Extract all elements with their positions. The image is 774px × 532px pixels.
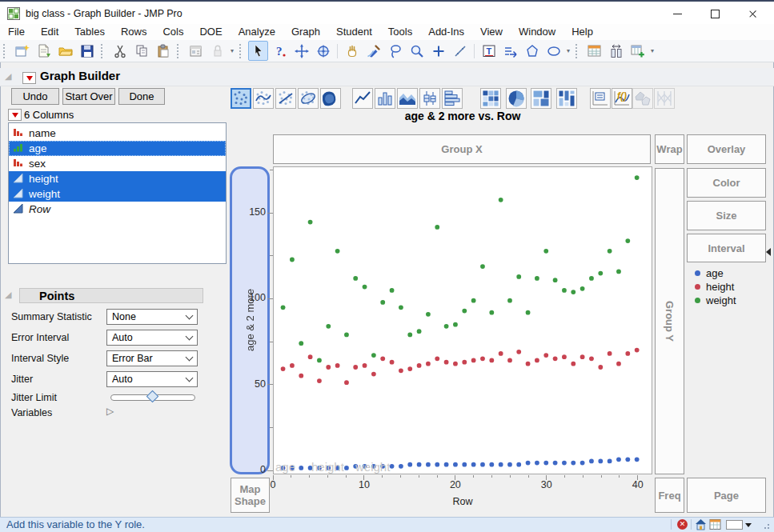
data-point-age[interactable] xyxy=(580,461,585,466)
menu-graph[interactable]: Graph xyxy=(283,24,328,40)
menu-view[interactable]: View xyxy=(472,24,511,40)
panel-collapse-arrow-icon[interactable] xyxy=(766,248,771,256)
data-point-height[interactable] xyxy=(326,365,331,370)
menu-doe[interactable]: DOE xyxy=(191,24,230,40)
column-item-row[interactable]: Row xyxy=(9,202,226,217)
variables-disclosure-icon[interactable]: ▷ xyxy=(106,406,114,417)
legend-item-height[interactable]: height xyxy=(690,280,770,294)
toolbar-grip[interactable] xyxy=(575,44,579,58)
data-point-weight[interactable] xyxy=(281,305,286,310)
data-point-weight[interactable] xyxy=(299,341,303,346)
data-point-height[interactable] xyxy=(453,362,458,366)
data-point-weight[interactable] xyxy=(580,286,585,291)
data-point-height[interactable] xyxy=(625,351,630,356)
data-point-height[interactable] xyxy=(426,362,431,366)
jitter-select[interactable]: Auto xyxy=(106,371,198,387)
arrow-annotation-icon[interactable] xyxy=(500,41,520,61)
data-point-age[interactable] xyxy=(399,464,403,469)
column-item-name[interactable]: name xyxy=(9,126,226,141)
data-point-height[interactable] xyxy=(516,350,521,354)
column-item-height[interactable]: height xyxy=(9,171,226,186)
column-switcher-icon[interactable] xyxy=(606,41,626,61)
data-point-height[interactable] xyxy=(335,363,340,368)
data-point-age[interactable] xyxy=(417,462,422,467)
error-interval-select[interactable]: Auto xyxy=(106,330,198,346)
menu-addins[interactable]: Add-Ins xyxy=(420,24,472,40)
interval-dropzone[interactable]: Interval xyxy=(687,234,766,262)
data-point-weight[interactable] xyxy=(399,305,403,310)
data-point-weight[interactable] xyxy=(543,249,548,254)
resize-grip[interactable] xyxy=(768,527,769,529)
move-window-tool-icon[interactable] xyxy=(291,41,311,61)
data-point-height[interactable] xyxy=(363,363,367,368)
data-point-weight[interactable] xyxy=(553,278,558,282)
data-point-weight[interactable] xyxy=(507,298,512,303)
data-table-icon[interactable] xyxy=(584,41,604,61)
data-point-weight[interactable] xyxy=(480,264,485,269)
data-point-weight[interactable] xyxy=(417,329,422,334)
data-point-height[interactable] xyxy=(299,374,303,378)
menu-rows[interactable]: Rows xyxy=(113,24,155,40)
data-point-height[interactable] xyxy=(571,362,575,366)
interval-style-select[interactable]: Error Bar xyxy=(106,350,198,366)
data-point-weight[interactable] xyxy=(344,333,349,338)
data-point-age[interactable] xyxy=(299,466,303,470)
data-point-height[interactable] xyxy=(344,380,349,385)
data-point-weight[interactable] xyxy=(499,198,503,202)
menu-student[interactable]: Student xyxy=(328,24,380,40)
crosshair-tool-icon[interactable] xyxy=(428,41,448,61)
data-point-age[interactable] xyxy=(516,462,521,467)
data-point-age[interactable] xyxy=(471,462,476,467)
summary-statistic-select[interactable]: None xyxy=(106,309,198,325)
data-point-weight[interactable] xyxy=(326,324,331,329)
window-list-dropdown[interactable] xyxy=(726,520,743,530)
data-point-height[interactable] xyxy=(616,362,621,366)
data-point-age[interactable] xyxy=(444,462,449,467)
wrap-dropzone[interactable]: Wrap xyxy=(655,134,684,164)
done-button[interactable]: Done xyxy=(118,88,165,105)
data-point-weight[interactable] xyxy=(526,310,531,315)
data-point-age[interactable] xyxy=(553,461,558,466)
data-point-height[interactable] xyxy=(308,354,313,359)
toolbar-overflow-icon[interactable]: ▾ xyxy=(651,48,654,54)
data-point-height[interactable] xyxy=(598,365,603,370)
resize-grip[interactable] xyxy=(768,524,769,526)
data-point-weight[interactable] xyxy=(380,300,385,305)
data-point-age[interactable] xyxy=(562,461,567,466)
data-point-weight[interactable] xyxy=(562,288,567,293)
legend-item-weight[interactable]: weight xyxy=(690,294,770,307)
disclosure-open-icon[interactable]: ◢ xyxy=(5,71,11,82)
element-box-plot-icon[interactable] xyxy=(419,88,440,109)
points-disclosure-icon[interactable]: ◢ xyxy=(5,290,11,300)
data-point-height[interactable] xyxy=(317,378,322,383)
new-window-icon[interactable] xyxy=(12,41,32,61)
menu-window[interactable]: Window xyxy=(511,24,563,40)
legend-item-age[interactable]: age xyxy=(690,266,770,280)
arrow-tool-icon[interactable] xyxy=(248,41,268,61)
grabber-tool-icon[interactable] xyxy=(342,41,362,61)
data-point-weight[interactable] xyxy=(625,238,630,243)
size-dropzone[interactable]: Size xyxy=(687,201,766,230)
data-point-age[interactable] xyxy=(543,461,548,466)
data-point-weight[interactable] xyxy=(608,249,612,254)
data-point-weight[interactable] xyxy=(290,258,295,262)
copy-icon[interactable] xyxy=(131,41,151,61)
group-y-dropzone[interactable]: Group Y xyxy=(655,168,684,474)
data-point-height[interactable] xyxy=(380,356,385,361)
page-dropzone[interactable]: Page xyxy=(687,478,766,513)
open-script-icon[interactable] xyxy=(34,41,54,61)
data-point-weight[interactable] xyxy=(462,309,467,314)
data-point-height[interactable] xyxy=(435,356,439,361)
element-formula-icon[interactable]: f() xyxy=(612,88,632,109)
plot-area[interactable] xyxy=(274,167,652,474)
data-point-height[interactable] xyxy=(553,356,558,361)
data-point-age[interactable] xyxy=(462,462,467,467)
data-point-age[interactable] xyxy=(526,461,531,466)
menu-analyze[interactable]: Analyze xyxy=(231,24,283,40)
data-point-age[interactable] xyxy=(598,458,603,463)
data-point-weight[interactable] xyxy=(353,276,358,281)
magnifier-tool-icon[interactable] xyxy=(407,41,427,61)
data-point-age[interactable] xyxy=(608,458,612,463)
data-point-height[interactable] xyxy=(543,353,548,358)
data-point-age[interactable] xyxy=(625,457,630,462)
